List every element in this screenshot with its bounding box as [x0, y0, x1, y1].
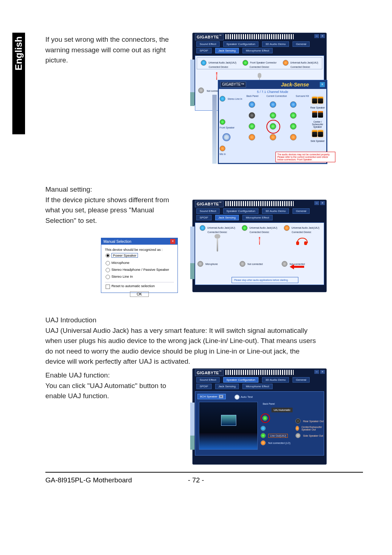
side-speaker-out-label: Side Speaker Out	[303, 434, 323, 437]
connection-diagram: Back Panel Current Connection Surround K…	[246, 95, 309, 164]
speaker-mode-select[interactable]: 8CH Speaker▾	[197, 394, 226, 399]
tab-mic-effect[interactable]: Microphone Effect	[242, 384, 272, 389]
audio-app-window-3: GIGABYTE™ –× Sound Effect Speaker Config…	[192, 368, 327, 465]
room-visualization	[199, 402, 258, 450]
tab-mic-effect[interactable]: Microphone Effect	[242, 48, 272, 53]
tab-jack-sensing[interactable]: Jack Sensing	[215, 48, 239, 53]
section3-text: UAJ (Universal Audio Jack) has a very sm…	[45, 327, 316, 366]
manual-selection-dialog: Manual Selection × This device should be…	[101, 238, 178, 293]
warning-icon	[256, 237, 263, 248]
close-icon[interactable]: ×	[170, 239, 175, 244]
jack-sense-title: Jack-Sense	[281, 82, 309, 87]
plug-graphic	[222, 133, 230, 141]
tab-3d-audio[interactable]: 3D Audio Demo	[262, 377, 289, 383]
ok-button[interactable]: OK	[130, 291, 149, 297]
back-panel-strip	[190, 60, 195, 106]
uaj-highlight-ring	[261, 413, 270, 423]
jack-panel-2: Universal Audio Jack(UAJ)Connected Devic…	[195, 223, 324, 285]
stop-apps-note: Please stop other audio applications bef…	[232, 277, 298, 283]
rear-speaker-out-label: Rear Speaker Out	[303, 420, 323, 423]
option-power-speaker[interactable]: Power Speaker	[105, 252, 174, 259]
tab-spdif[interactable]: SPDIF	[196, 384, 212, 389]
microphone-icon	[217, 237, 218, 252]
tab-sound-effect[interactable]: Sound Effect	[196, 208, 220, 214]
option-line-in[interactable]: Stereo Line In	[105, 273, 174, 280]
close-icon[interactable]: ×	[320, 82, 325, 87]
speaker-column: Rear Speaker Center / Subwoofer Speaker …	[310, 95, 326, 142]
back-panel-ports: Stereo Line In Front Speaker Mic in	[220, 95, 244, 156]
audio-app-window-2: GIGABYTE™ –× Sound Effect Speaker Config…	[192, 200, 327, 292]
line-out-label: Line Out(UAJ)	[268, 434, 288, 438]
tab-mic-effect[interactable]: Microphone Effect	[242, 215, 272, 220]
tab-speaker-config[interactable]: Speaker Configuration	[223, 208, 259, 214]
tab-general[interactable]: General	[293, 377, 309, 383]
tab-sound-effect[interactable]: Sound Effect	[196, 41, 220, 47]
back-panel-strip	[190, 227, 195, 279]
brand-logo: GIGABYTE™	[195, 370, 224, 376]
tab-sound-effect[interactable]: Sound Effect	[196, 377, 220, 383]
section1-text: If you set wrong with the connectors, th…	[45, 34, 180, 66]
reset-checkbox[interactable]: Reset to automatic selection	[105, 282, 174, 289]
tab-spdif[interactable]: SPDIF	[196, 48, 212, 53]
footer-page: - 72 -	[0, 476, 392, 484]
back-panel-strip	[190, 403, 195, 450]
microphone-label: Microphone	[205, 263, 218, 265]
title-bar-scale	[225, 34, 294, 39]
front-speaker-label: Front Speaker Connector	[250, 61, 277, 64]
connection-warning: The audio devices may not be connected p…	[275, 152, 335, 162]
tab-general[interactable]: General	[293, 208, 309, 214]
uaj-label: Universal Audio Jack(UAJ)	[208, 61, 236, 64]
not-connected-label: Not connected	[290, 263, 305, 265]
tab-general[interactable]: General	[293, 41, 309, 47]
language-tab: English	[12, 33, 25, 134]
uaj-label-2: Universal Audio Jack(UAJ)	[290, 61, 318, 64]
connected-device-label: Connected Device:	[209, 66, 229, 68]
minimize-icon[interactable]: –	[314, 201, 319, 205]
tab-3d-audio[interactable]: 3D Audio Demo	[262, 41, 289, 47]
tab-jack-sensing[interactable]: Jack Sensing	[215, 215, 239, 220]
close-icon[interactable]: ×	[320, 201, 325, 205]
close-icon[interactable]: ×	[320, 34, 325, 38]
app-tabs: Sound Effect Speaker Configuration 3D Au…	[193, 39, 326, 56]
channel-mode-label: 5 / 7.1 Channel Mode	[218, 89, 327, 95]
figure-manual-selection-dialog: Manual Selection × This device should be…	[101, 238, 177, 292]
tab-speaker-config[interactable]: Speaker Configuration	[223, 377, 259, 383]
not-connected-label: Not connected	[248, 263, 263, 265]
tab-3d-audio[interactable]: 3D Audio Demo	[262, 208, 289, 214]
section2: Manual setting: If the device picture sh…	[45, 184, 183, 226]
play-icon	[234, 395, 240, 400]
chevron-down-icon: ▾	[219, 395, 223, 398]
title-bar-scale	[225, 201, 294, 206]
jack-dot-orange	[283, 60, 289, 66]
headphone-icon	[297, 238, 306, 245]
manual-selection-title: Manual Selection	[103, 240, 131, 244]
tab-jack-sensing[interactable]: Jack Sensing	[215, 384, 239, 389]
bad-connection-highlight	[266, 120, 280, 134]
auto-test-button[interactable]: Auto Test	[234, 395, 253, 400]
figure-manual-setting: GIGABYTE™ –× Sound Effect Speaker Config…	[192, 200, 327, 292]
tab-spdif[interactable]: SPDIF	[196, 215, 212, 220]
jack-dot-green	[242, 60, 248, 66]
manual-page: English If you set wrong with the connec…	[0, 0, 392, 555]
not-connected-lo-label: Not connected (LO)	[268, 442, 290, 444]
option-headphone[interactable]: Stereo Headphone / Passive Speaker	[105, 266, 174, 273]
brand-logo: GIGABYTE™	[195, 201, 224, 207]
tab-speaker-config[interactable]: Speaker Configuration	[223, 41, 259, 47]
tv-icon	[221, 415, 236, 426]
connected-device-label-2: Connected Device:	[250, 66, 270, 68]
section4: Enable UAJ function: You can click "UAJ …	[45, 370, 183, 401]
figure-warning: GIGABYTE™ – × Sound Effect Speaker Confi…	[192, 33, 327, 163]
uaj-automatic-button[interactable]: UAJ Automatic	[271, 408, 293, 412]
jack-sense-dialog: GIGABYTE™ Jack-Sense × 5 / 7.1 Channel M…	[218, 80, 327, 164]
minimize-icon[interactable]: –	[314, 370, 319, 374]
close-icon[interactable]: ×	[320, 370, 325, 374]
back-panel-label: Back Panel	[263, 403, 275, 405]
center-sub-out-label: Center/Subwoofer Speaker Out	[302, 426, 324, 431]
language-label: English	[12, 33, 25, 74]
minimize-icon[interactable]: –	[314, 34, 319, 38]
option-microphone[interactable]: Microphone	[105, 259, 174, 266]
window-controls: – ×	[314, 34, 325, 38]
jack-dot-blue	[201, 60, 207, 66]
manual-selection-prompt: This device should be recognized as :	[105, 248, 174, 252]
figure-uaj-automatic: GIGABYTE™ –× Sound Effect Speaker Config…	[192, 368, 327, 465]
